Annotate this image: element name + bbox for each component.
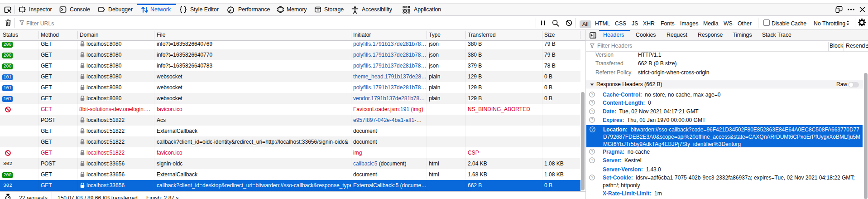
- svg-text:?: ?: [591, 127, 594, 131]
- svg-text:?: ?: [591, 92, 593, 97]
- svg-text:?: ?: [591, 117, 593, 122]
- svg-text:?: ?: [591, 149, 593, 154]
- svg-text:?: ?: [591, 100, 593, 105]
- svg-text:?: ?: [591, 109, 593, 113]
- svg-text:?: ?: [591, 175, 593, 180]
- svg-text:?: ?: [591, 158, 593, 162]
